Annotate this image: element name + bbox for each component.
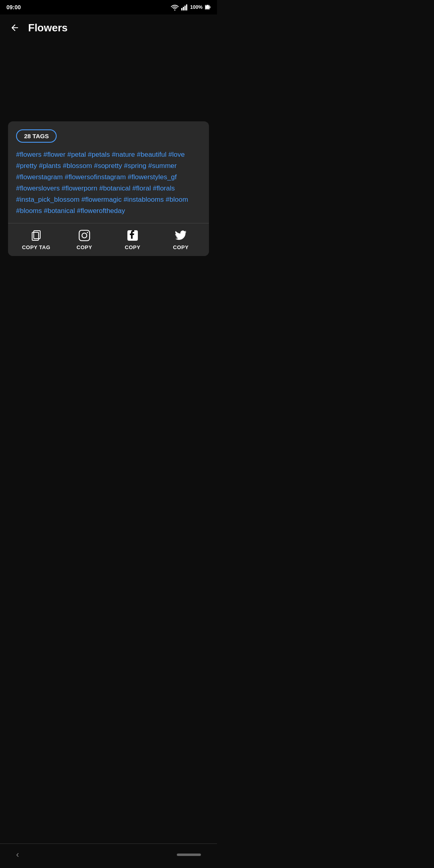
copy-tag-button[interactable]: COPY TAG [20,229,52,250]
copy-tag-icon [30,229,43,242]
svg-rect-7 [205,6,209,9]
svg-rect-11 [79,230,90,241]
copy-twitter-label: COPY [173,244,189,250]
svg-rect-4 [186,4,187,10]
status-time: 09:00 [6,4,21,10]
content-area: 28 TAGS #flowers #flower #petal #petals … [0,113,217,256]
top-bar: Flowers [0,14,217,41]
copy-instagram-button[interactable]: COPY [68,229,100,250]
status-bar: 09:00 100% [0,0,217,14]
instagram-icon [78,229,91,242]
tags-inner: 28 TAGS #flowers #flower #petal #petals … [8,121,209,223]
svg-rect-3 [184,6,186,10]
page-title: Flowers [28,22,68,34]
tags-text: #flowers #flower #petal #petals #nature … [16,149,201,217]
svg-point-13 [87,232,88,233]
svg-point-12 [82,233,87,238]
status-icons: 100% [171,4,211,10]
svg-rect-2 [183,7,184,10]
twitter-icon [174,229,187,242]
actions-row: COPY TAG COPY COPY [8,223,209,256]
svg-rect-8 [207,5,208,6]
facebook-icon [126,229,139,242]
battery-indicator: 100% [190,4,203,10]
battery-icon [205,5,211,10]
svg-rect-6 [210,6,211,8]
svg-rect-1 [181,8,182,10]
copy-twitter-button[interactable]: COPY [165,229,197,250]
svg-point-0 [174,9,176,10]
copy-facebook-button[interactable]: COPY [117,229,149,250]
tags-card: 28 TAGS #flowers #flower #petal #petals … [8,121,209,256]
tags-count-badge: 28 TAGS [16,129,57,143]
copy-tag-label: COPY TAG [22,244,51,250]
back-button[interactable] [8,21,22,35]
copy-facebook-label: COPY [125,244,141,250]
copy-instagram-label: COPY [77,244,92,250]
wifi-icon [171,4,179,10]
signal-icon [181,4,188,10]
